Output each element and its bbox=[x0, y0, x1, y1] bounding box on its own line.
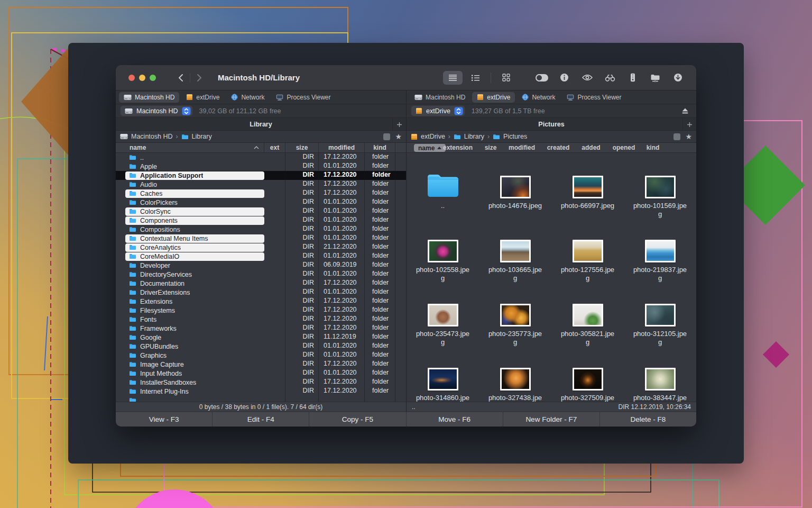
info-button[interactable] bbox=[555, 71, 574, 85]
tab-network[interactable]: Network bbox=[226, 92, 269, 103]
file-row[interactable]: Contextual Menu ItemsDIR01.01.2020folder bbox=[116, 234, 406, 243]
archive-zip-button[interactable] bbox=[623, 71, 642, 85]
eject-button[interactable] bbox=[681, 107, 689, 114]
file-row[interactable] bbox=[116, 396, 406, 402]
forward-button[interactable] bbox=[190, 71, 208, 84]
file-row[interactable]: AppleDIR01.01.2020folder bbox=[116, 162, 406, 171]
grid-item-photo[interactable]: photo-312105.jpeg bbox=[624, 285, 696, 349]
grid-item-photo[interactable]: photo-305821.jpeg bbox=[551, 285, 624, 349]
file-row[interactable]: CoreAnalyticsDIR21.12.2020folder bbox=[116, 243, 406, 252]
breadcrumb-item[interactable]: Library bbox=[454, 133, 484, 140]
file-row[interactable]: CompositionsDIR01.01.2020folder bbox=[116, 225, 406, 234]
grid-item-photo[interactable]: photo-102558.jpeg bbox=[407, 221, 479, 285]
file-row[interactable]: Internet Plug-InsDIR17.12.2020folder bbox=[116, 387, 406, 396]
grid-item-photo[interactable]: photo-327509.jpeg bbox=[551, 349, 624, 402]
grid-item-photo[interactable]: photo-235473.jpeg bbox=[407, 285, 479, 349]
file-row[interactable]: InstallerSandboxesDIR17.12.2020folder bbox=[116, 378, 406, 387]
grid-view-button[interactable] bbox=[496, 71, 516, 85]
favorite-star-icon[interactable]: ★ bbox=[395, 133, 402, 140]
file-row[interactable]: GoogleDIR11.12.2019folder bbox=[116, 333, 406, 342]
column-header-size[interactable]: size bbox=[485, 144, 497, 151]
column-header-kind[interactable]: kind bbox=[647, 144, 660, 151]
column-header-created[interactable]: created bbox=[547, 144, 570, 151]
file-row[interactable]: FontsDIR17.12.2020folder bbox=[116, 315, 406, 324]
path-marker-icon[interactable] bbox=[383, 133, 390, 140]
new-tab-button[interactable] bbox=[682, 118, 696, 131]
grid-item-photo[interactable]: photo-314860.jpeg bbox=[407, 349, 479, 402]
column-list-view-button[interactable] bbox=[466, 71, 485, 85]
back-button[interactable] bbox=[172, 71, 190, 84]
fn-button-f4[interactable]: Edit - F4 bbox=[213, 412, 309, 427]
drive-selector[interactable]: Macintosh HD bbox=[120, 105, 193, 116]
file-row[interactable]: Application SupportDIR17.12.2020folder bbox=[116, 171, 406, 180]
column-header-opened[interactable]: opened bbox=[613, 144, 635, 151]
file-row[interactable]: CachesDIR17.12.2020folder bbox=[116, 189, 406, 198]
file-row[interactable]: ..DIR17.12.2020folder bbox=[116, 153, 406, 162]
download-button[interactable] bbox=[668, 71, 688, 85]
preview-eye-button[interactable] bbox=[577, 71, 597, 85]
grid-item-parent-folder[interactable]: .. bbox=[407, 157, 479, 221]
file-row[interactable]: FilesystemsDIR17.12.2020folder bbox=[116, 306, 406, 315]
list-view-button[interactable] bbox=[443, 71, 463, 85]
file-row[interactable]: DirectoryServicesDIR01.01.2020folder bbox=[116, 270, 406, 279]
grid-item-photo[interactable]: photo-327438.jpeg bbox=[479, 349, 551, 402]
column-header-ext[interactable]: ext bbox=[264, 143, 285, 152]
file-row[interactable]: ColorSyncDIR01.01.2020folder bbox=[116, 207, 406, 216]
file-row[interactable]: DocumentationDIR17.12.2020folder bbox=[116, 279, 406, 288]
new-tab-button[interactable] bbox=[392, 118, 406, 131]
file-row[interactable]: DriverExtensionsDIR01.01.2020folder bbox=[116, 288, 406, 297]
grid-item-photo[interactable]: photo-219837.jpeg bbox=[624, 221, 696, 285]
column-header-modified[interactable]: modified bbox=[319, 143, 365, 152]
grid-item-photo[interactable]: photo-14676.jpeg bbox=[479, 157, 551, 221]
tab-process-viewer[interactable]: Process Viewer bbox=[271, 92, 335, 103]
tab-network[interactable]: Network bbox=[517, 92, 560, 103]
drive-selector[interactable]: extDrive bbox=[411, 105, 465, 116]
column-header-kind[interactable]: kind bbox=[365, 143, 395, 152]
fn-button-f3[interactable]: View - F3 bbox=[116, 412, 213, 427]
breadcrumb-item[interactable]: Pictures bbox=[493, 133, 527, 140]
tab-macintosh-hd[interactable]: Macintosh HD bbox=[119, 92, 179, 103]
toggle-button[interactable] bbox=[532, 71, 551, 85]
file-row[interactable]: ComponentsDIR01.01.2020folder bbox=[116, 216, 406, 225]
network-folder-button[interactable] bbox=[645, 71, 665, 85]
file-row[interactable]: AudioDIR17.12.2020folder bbox=[116, 180, 406, 189]
breadcrumb-item[interactable]: Library bbox=[181, 133, 212, 140]
tab-macintosh-hd[interactable]: Macintosh HD bbox=[410, 92, 470, 103]
file-row[interactable]: FrameworksDIR17.12.2020folder bbox=[116, 324, 406, 333]
column-header-name[interactable]: name bbox=[116, 143, 264, 152]
column-header-added[interactable]: added bbox=[582, 144, 600, 151]
tab-process-viewer[interactable]: Process Viewer bbox=[562, 92, 626, 103]
close-window-button[interactable] bbox=[128, 75, 135, 81]
grid-item-photo[interactable]: photo-103665.jpeg bbox=[479, 221, 551, 285]
grid-item-photo[interactable]: photo-101569.jpeg bbox=[624, 157, 696, 221]
breadcrumb-item[interactable]: Macintosh HD bbox=[120, 133, 173, 140]
fn-button-f8[interactable]: Delete - F8 bbox=[600, 412, 696, 427]
column-header-name[interactable]: name bbox=[414, 144, 446, 152]
zoom-window-button[interactable] bbox=[150, 75, 156, 81]
tab-extdrive[interactable]: extDrive bbox=[181, 92, 224, 103]
file-row[interactable]: ColorPickersDIR01.01.2020folder bbox=[116, 198, 406, 207]
column-header-modified[interactable]: modified bbox=[509, 144, 535, 151]
grid-item-photo[interactable]: photo-235773.jpeg bbox=[479, 285, 551, 349]
column-header-extension[interactable]: extension bbox=[443, 144, 473, 151]
file-row[interactable]: GraphicsDIR01.01.2020folder bbox=[116, 351, 406, 360]
binoculars-button[interactable] bbox=[600, 71, 620, 85]
fn-button-f7[interactable]: New Folder - F7 bbox=[503, 412, 600, 427]
fn-button-f6[interactable]: Move - F6 bbox=[407, 412, 503, 427]
file-row[interactable]: Image CaptureDIR17.12.2020folder bbox=[116, 360, 406, 369]
file-row[interactable]: GPUBundlesDIR01.01.2020folder bbox=[116, 342, 406, 351]
file-row[interactable]: Input MethodsDIR01.01.2020folder bbox=[116, 369, 406, 378]
grid-item-photo[interactable]: photo-383447.jpeg bbox=[624, 349, 696, 402]
fn-button-f5[interactable]: Copy - F5 bbox=[309, 412, 406, 427]
grid-item-photo[interactable]: photo-127556.jpeg bbox=[551, 221, 624, 285]
favorite-star-icon[interactable]: ★ bbox=[685, 133, 692, 140]
file-row[interactable]: ExtensionsDIR17.12.2020folder bbox=[116, 297, 406, 306]
minimize-window-button[interactable] bbox=[139, 75, 145, 81]
tab-extdrive[interactable]: extDrive bbox=[472, 92, 515, 103]
breadcrumb-item[interactable]: extDrive bbox=[411, 133, 445, 140]
path-marker-icon[interactable] bbox=[673, 133, 680, 140]
file-row[interactable]: DeveloperDIR06.09.2019folder bbox=[116, 261, 406, 270]
grid-item-photo[interactable]: photo-66997.jpeg bbox=[551, 157, 624, 221]
column-header-size[interactable]: size bbox=[285, 143, 319, 152]
file-row[interactable]: CoreMediaIODIR01.01.2020folder bbox=[116, 252, 406, 261]
